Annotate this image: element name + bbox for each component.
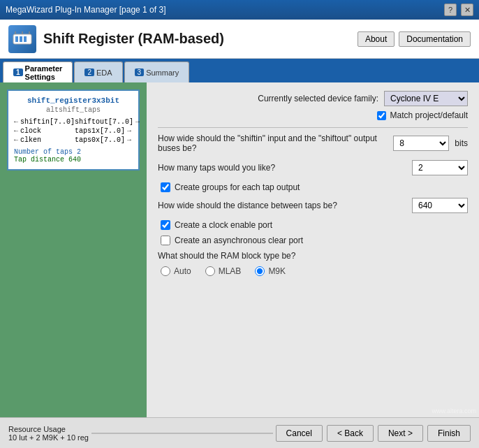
radio-m9k: M9K [255,266,286,276]
component-diagram: shift_register3x3bit altshift_taps ← shi… [7,89,140,171]
tab-parameter-settings[interactable]: 1 ParameterSettings [3,62,73,82]
right-panel: Currently selected device family: Cyclon… [147,82,479,417]
close-button[interactable]: ✕ [461,3,473,16]
tab-bar: 1 ParameterSettings 2 EDA 3 Summary [0,59,479,82]
arrow-icon-3: ← [14,136,18,144]
taps-count-select[interactable]: 2 [412,160,468,175]
radio-mlab-input[interactable] [205,266,215,276]
bus-width-select[interactable]: 8 [393,136,449,151]
async-clear-checkbox[interactable] [161,236,170,245]
left-panel: shift_register3x3bit altshift_taps ← shi… [0,82,147,417]
create-groups-checkbox[interactable] [161,182,170,192]
svg-rect-1 [15,36,18,42]
match-project-label: Match project/default [390,110,468,120]
port-left-1: ← shiftin[7..0] [14,118,75,126]
header-left: Shift Register (RAM-based) [8,25,224,53]
component-notes: Number of taps 2 Tap distance 640 [14,148,133,164]
component-ports: ← shiftin[7..0] ← clock ← clken shiftout… [14,118,133,144]
port-label-right-1: shiftout[7..0] [75,118,133,126]
tab-num-2: 2 [84,68,94,76]
resource-line1: Resource Usage [8,425,89,433]
separator-1 [158,127,468,128]
tab-eda[interactable]: 2 EDA [74,62,122,82]
ram-type-label: What should the RAM block type be? [158,251,468,261]
radio-auto-label: Auto [174,266,191,276]
main-content: shift_register3x3bit altshift_taps ← shi… [0,82,479,417]
taps-count-label: How many taps would you like? [158,163,406,173]
port-left-3: ← clken [14,136,75,144]
bottom-bar: Resource Usage 10 lut + 2 M9K + 10 reg C… [0,417,479,448]
cancel-button[interactable]: Cancel [276,425,323,442]
port-right-1: shiftout[7..0] → [75,118,140,126]
arrow-icon-1: ← [14,118,18,126]
clock-enable-label: Create a clock enable port [175,220,272,230]
port-left-2: ← clock [14,127,75,135]
port-label-left-2: clock [20,127,41,135]
tab-label-1: ParameterSettings [25,64,63,81]
watermark: www.altera.com [432,407,476,414]
radio-m9k-input[interactable] [255,266,265,276]
match-project-checkbox[interactable] [377,111,386,120]
component-title: shift_register3x3bit [14,96,133,105]
arrow-icon-r3: → [127,136,131,144]
radio-m9k-label: M9K [268,266,286,276]
create-groups-label: Create groups for each tap output [175,182,300,192]
ports-right: shiftout[7..0] → taps1x[7..0] → taps0x[7… [75,118,140,144]
component-note1: Number of taps 2 [14,148,133,156]
about-button[interactable]: About [358,31,395,47]
title-bar: MegaWizard Plug-In Manager [page 1 of 3]… [0,0,479,20]
bus-width-label: How wide should the "shiftin" input and … [158,133,388,153]
match-row: Match project/default [158,110,468,120]
port-label-right-2: taps1x[7..0] [75,127,125,135]
create-groups-row: Create groups for each tap output [158,182,468,192]
resource-usage: Resource Usage 10 lut + 2 M9K + 10 reg [8,425,89,442]
bus-width-unit: bits [455,138,468,148]
component-note2: Tap distance 640 [14,156,133,164]
tab-num-1: 1 [13,68,23,76]
tab-summary[interactable]: 3 Summary [124,62,190,82]
tab-label-3: Summary [146,68,179,77]
header-buttons: About Documentation [358,31,471,47]
tab-label-2: EDA [96,68,112,77]
resource-line2: 10 lut + 2 M9K + 10 reg [8,433,89,442]
documentation-button[interactable]: Documentation [399,31,471,47]
title-bar-text: MegaWizard Plug-In Manager [page 1 of 3] [6,5,165,15]
clock-enable-checkbox[interactable] [161,220,170,230]
header-section: Shift Register (RAM-based) About Documen… [0,20,479,59]
help-button[interactable]: ? [444,3,457,16]
tab-num-3: 3 [135,68,145,76]
async-clear-label: Create an asynchronous clear port [175,236,303,245]
port-label-right-3: taps0x[7..0] [75,136,125,144]
svg-rect-2 [20,36,22,42]
app-icon [8,25,36,53]
async-clear-row: Create an asynchronous clear port [158,236,468,245]
ports-left: ← shiftin[7..0] ← clock ← clken [14,118,75,144]
svg-rect-3 [24,36,27,42]
bus-width-row: How wide should the "shiftin" input and … [158,133,468,153]
device-family-row: Currently selected device family: Cyclon… [158,91,468,106]
radio-mlab: MLAB [205,266,242,276]
port-label-left-1: shiftin[7..0] [20,118,75,126]
page-title: Shift Register (RAM-based) [43,31,224,47]
component-subtitle: altshift_taps [14,106,133,114]
ram-type-radio-group: Auto MLAB M9K [158,266,468,276]
back-button[interactable]: < Back [327,425,374,442]
taps-count-row: How many taps would you like? 2 [158,160,468,175]
port-right-3: taps0x[7..0] → [75,136,140,144]
radio-auto: Auto [161,266,191,276]
next-button[interactable]: Next > [378,425,423,442]
port-label-left-3: clken [20,136,41,144]
device-family-select[interactable]: Cyclone IV E [384,91,468,106]
tap-distance-select[interactable]: 640 [412,198,468,213]
finish-button[interactable]: Finish [427,425,471,442]
title-bar-buttons: ? ✕ [444,3,473,16]
progress-bar-spacer [91,433,273,434]
radio-mlab-label: MLAB [219,266,242,276]
tap-distance-row: How wide should the distance between tap… [158,198,468,213]
radio-auto-input[interactable] [161,266,170,276]
arrow-icon-2: ← [14,127,18,135]
device-family-label: Currently selected device family: [258,94,378,103]
clock-enable-row: Create a clock enable port [158,220,468,230]
arrow-icon-r1: → [135,118,140,126]
bottom-buttons: Cancel < Back Next > Finish [276,425,471,442]
